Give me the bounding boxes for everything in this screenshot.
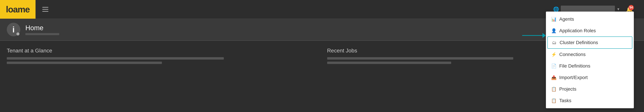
application-roles-label: Application Roles xyxy=(559,28,596,33)
connections-label: Connections xyxy=(559,52,586,57)
hamburger-area[interactable] xyxy=(36,7,55,12)
connections-icon: ⚡ xyxy=(551,52,556,57)
menu-item-connections[interactable]: ⚡ Connections xyxy=(546,49,634,60)
dropdown-arrow-icon[interactable]: ▼ xyxy=(616,7,620,11)
jobs-bar-2 xyxy=(327,62,451,64)
recent-jobs-title: Recent Jobs xyxy=(327,48,357,54)
avatar-letter: i xyxy=(12,25,14,34)
tasks-icon: 📋 xyxy=(551,98,556,103)
agents-icon: 📊 xyxy=(551,17,556,22)
file-definitions-label: File Definitions xyxy=(559,63,590,69)
avatar-dot xyxy=(16,32,20,36)
projects-icon: 📋 xyxy=(551,86,556,92)
page-title: Home xyxy=(25,24,59,32)
tenant-bar-2 xyxy=(7,62,162,64)
application-roles-icon: 👤 xyxy=(551,28,556,33)
arrow-container xyxy=(522,33,546,38)
dropdown-menu[interactable]: 📊 Agents 👤 Application Roles 🗂 Cluster D… xyxy=(546,12,634,108)
file-definitions-icon: 📄 xyxy=(551,63,556,69)
tenant-glance-title: Tenant at a Glance xyxy=(7,48,52,54)
arrow-head xyxy=(542,33,546,38)
cluster-definitions-label: Cluster Definitions xyxy=(560,40,598,45)
page-title-area: Home xyxy=(25,24,59,35)
menu-item-application-roles[interactable]: 👤 Application Roles xyxy=(546,25,634,37)
logo-area[interactable]: loame xyxy=(0,0,36,19)
menu-item-cluster-definitions[interactable]: 🗂 Cluster Definitions xyxy=(548,37,632,49)
page-subtitle-bar xyxy=(25,33,59,35)
tasks-label: Tasks xyxy=(559,98,572,103)
jobs-bar-1 xyxy=(327,57,513,60)
globe-icon: 🌐 xyxy=(553,7,559,12)
tenant-bar-1 xyxy=(7,57,224,60)
arrow-line xyxy=(522,35,542,36)
import-export-icon: 📤 xyxy=(551,75,556,80)
tenants-section: Tenant at a Glance xyxy=(7,48,317,112)
menu-item-projects[interactable]: 📋 Projects xyxy=(546,83,634,95)
import-export-label: Import/Export xyxy=(559,75,588,80)
notification-badge: 54 xyxy=(628,5,634,10)
tenant-bars xyxy=(7,57,317,64)
menu-item-file-definitions[interactable]: 📄 File Definitions xyxy=(546,60,634,72)
cluster-definitions-icon: 🗂 xyxy=(552,40,557,45)
menu-item-agents[interactable]: 📊 Agents xyxy=(546,14,634,25)
logo: loame xyxy=(6,4,30,15)
hamburger-menu-icon[interactable] xyxy=(42,7,48,12)
projects-label: Projects xyxy=(559,86,576,92)
menu-item-tasks[interactable]: 📋 Tasks xyxy=(546,95,634,106)
menu-item-import-export[interactable]: 📤 Import/Export xyxy=(546,72,634,83)
agents-label: Agents xyxy=(559,17,574,22)
avatar: i xyxy=(7,23,20,36)
